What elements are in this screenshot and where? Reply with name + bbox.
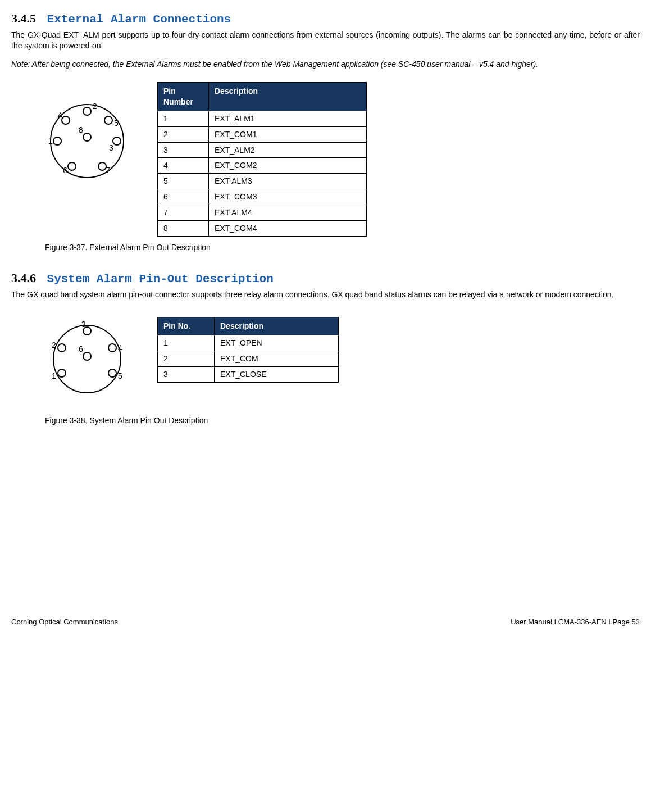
pin-label: 2 [52, 341, 56, 350]
section-heading-346: 3.4.6 System Alarm Pin-Out Description [11, 270, 640, 287]
svg-point-8 [83, 133, 91, 141]
pin-label: 3 [109, 143, 113, 152]
footer-right: User Manual I CMA-336-AEN I Page 53 [511, 617, 640, 627]
section345-paragraph: The GX-Quad EXT_ALM port supports up to … [11, 30, 640, 51]
section-number: 3.4.5 [11, 11, 36, 25]
figure-338-caption: Figure 3-38. System Alarm Pin Out Descri… [45, 415, 640, 426]
pin-label: 5 [118, 371, 122, 380]
table-row: 3EXT_CLOSE [158, 366, 339, 382]
th-pin: Pin Number [158, 83, 209, 111]
page-footer: Corning Optical Communications User Manu… [11, 617, 640, 627]
pin-label: 1 [52, 371, 56, 380]
table-row: 2EXT_COM1 [158, 126, 367, 142]
pin-label: 8 [79, 125, 83, 134]
pin-label: 4 [118, 343, 122, 352]
svg-point-6 [53, 137, 61, 145]
table-row: 5EXT ALM3 [158, 174, 367, 189]
svg-point-12 [108, 369, 116, 377]
pin-label: 5 [114, 119, 119, 128]
section346-paragraph: The GX quad band system alarm pin-out co… [11, 289, 640, 300]
svg-point-11 [108, 344, 116, 352]
table-row: 3EXT_ALM2 [158, 142, 367, 158]
svg-point-15 [83, 352, 91, 360]
svg-point-5 [68, 162, 76, 170]
table-row: 1EXT_ALM1 [158, 111, 367, 126]
section-heading-345: 3.4.5 External Alarm Connections [11, 10, 640, 28]
table-row: 7EXT ALM4 [158, 205, 367, 221]
th-pin: Pin No. [158, 317, 215, 335]
pin-label: 6 [63, 166, 67, 175]
pin-label: 3 [81, 320, 86, 329]
section345-note: Note: After being connected, the Externa… [11, 59, 640, 70]
svg-point-7 [62, 116, 70, 124]
th-desc: Description [209, 83, 367, 111]
svg-point-1 [83, 107, 91, 115]
table-row: 6EXT_COM3 [158, 189, 367, 205]
pin-label: 6 [79, 344, 83, 353]
table-row: 2EXT_COM [158, 351, 339, 366]
table-row: 8EXT_COM4 [158, 221, 367, 237]
connector-8pin-diagram: 2 5 3 7 6 1 4 8 [39, 93, 135, 192]
section-title: External Alarm Connections [47, 13, 231, 26]
table-row: 4EXT_COM2 [158, 158, 367, 174]
pin-label: 7 [106, 166, 110, 175]
section-number: 3.4.6 [11, 271, 36, 285]
svg-point-4 [98, 162, 106, 170]
footer-left: Corning Optical Communications [11, 617, 118, 627]
svg-point-13 [58, 369, 66, 377]
external-alarm-table: Pin Number Description 1EXT_ALM1 2EXT_CO… [157, 82, 367, 237]
pin-label: 1 [48, 137, 53, 146]
pin-label: 4 [58, 111, 62, 120]
svg-point-2 [104, 116, 112, 124]
figure-346-row: 3 4 5 1 2 6 Pin No. Description 1EXT_OPE… [39, 317, 640, 404]
svg-point-14 [58, 344, 66, 352]
th-desc: Description [215, 317, 339, 335]
table-row: 1EXT_OPEN [158, 335, 339, 351]
connector-6pin-diagram: 3 4 5 1 2 6 [39, 317, 135, 404]
svg-point-3 [113, 137, 121, 145]
section-title: System Alarm Pin-Out Description [47, 273, 274, 285]
pin-label: 2 [93, 102, 97, 111]
figure-345-row: 2 5 3 7 6 1 4 8 Pin Number Description 1… [39, 82, 640, 237]
system-alarm-table: Pin No. Description 1EXT_OPEN 2EXT_COM 3… [157, 317, 339, 383]
figure-337-caption: Figure 3-37. External Alarm Pin Out Desc… [45, 242, 640, 253]
